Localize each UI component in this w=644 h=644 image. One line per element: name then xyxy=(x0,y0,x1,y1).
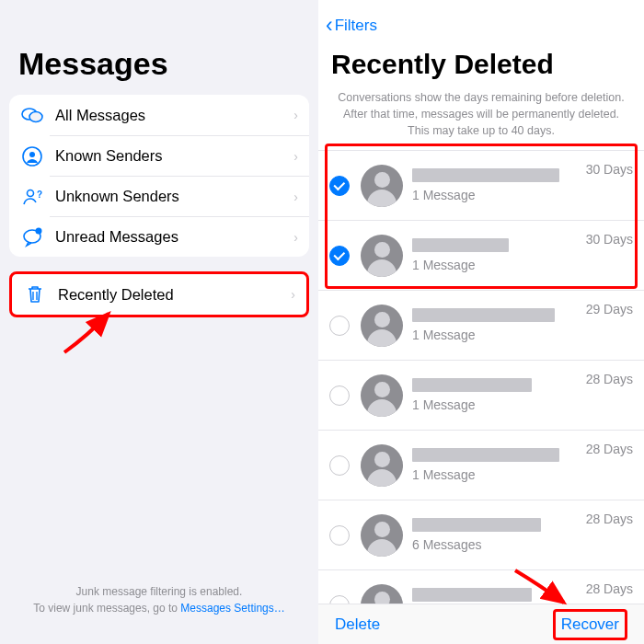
footer-line1: Junk message filtering is enabled. xyxy=(0,583,318,600)
selection-checkbox[interactable] xyxy=(329,385,350,406)
selection-checkbox[interactable] xyxy=(329,176,350,196)
conversation-body: 1 Message xyxy=(412,168,579,202)
days-remaining: 29 Days xyxy=(586,302,633,316)
svg-text:?: ? xyxy=(37,190,42,200)
svg-point-4 xyxy=(28,190,34,196)
bubble-dot-icon xyxy=(20,225,44,249)
bubbles-icon xyxy=(20,103,44,127)
message-count: 1 Message xyxy=(412,258,579,272)
recently-deleted-panel: ‹ Filters Recently Deleted Conversations… xyxy=(318,0,644,644)
info-subtext: Conversations show the days remaining be… xyxy=(318,89,644,150)
message-count: 1 Message xyxy=(412,467,579,482)
chevron-right-icon: › xyxy=(293,108,298,122)
chevron-right-icon: › xyxy=(293,230,298,245)
messages-filters-panel: Messages All Messages › Known Senders › … xyxy=(0,0,318,644)
conversation-body: 1 Message xyxy=(412,378,579,412)
recently-deleted-card-highlight: Recently Deleted › xyxy=(9,271,309,317)
back-button[interactable]: ‹ Filters xyxy=(318,0,644,43)
avatar-icon xyxy=(361,374,403,417)
svg-point-3 xyxy=(29,152,35,157)
conversation-row[interactable]: 1 Message28 Days xyxy=(318,361,644,431)
conversation-row[interactable]: 6 Messages28 Days xyxy=(318,500,644,570)
redacted-name xyxy=(412,448,559,462)
days-remaining: 28 Days xyxy=(586,512,633,526)
message-count: 1 Message xyxy=(412,188,579,202)
annotation-arrow-icon xyxy=(511,566,570,607)
svg-point-1 xyxy=(29,112,42,122)
filter-label: Known Senders xyxy=(55,147,293,165)
redacted-name xyxy=(412,168,559,182)
redacted-name xyxy=(412,378,532,392)
filter-unread-messages[interactable]: Unread Messages › xyxy=(50,216,309,257)
filter-label: Unread Messages xyxy=(55,228,293,246)
message-count: 1 Message xyxy=(412,328,579,342)
redacted-name xyxy=(412,308,555,322)
person-question-icon: ? xyxy=(20,185,44,209)
conversation-body: 6 Messages xyxy=(412,518,579,552)
recover-button[interactable]: Recover xyxy=(553,609,627,640)
filter-label: Unknown Senders xyxy=(55,188,293,205)
avatar-icon xyxy=(361,235,403,277)
annotation-arrow-icon xyxy=(55,308,120,354)
conversation-row[interactable]: 1 Message29 Days xyxy=(318,291,644,361)
redacted-name xyxy=(412,518,541,532)
avatar-icon xyxy=(361,444,403,487)
avatar-icon xyxy=(361,514,403,557)
filter-label: All Messages xyxy=(55,107,293,124)
selection-checkbox[interactable] xyxy=(329,246,350,266)
selection-checkbox[interactable] xyxy=(329,316,350,336)
filter-label: Recently Deleted xyxy=(58,286,291,304)
back-label: Filters xyxy=(335,17,377,35)
conversation-body: 1 Message xyxy=(412,308,579,342)
footer-note: Junk message filtering is enabled. To vi… xyxy=(0,583,318,616)
avatar-icon xyxy=(361,165,403,207)
chevron-right-icon: › xyxy=(293,149,298,164)
selection-checkbox[interactable] xyxy=(329,525,350,546)
toolbar: Delete Recover xyxy=(318,604,644,644)
conversation-list: 1 Message30 Days1 Message30 Days1 Messag… xyxy=(318,150,644,640)
message-count: 6 Messages xyxy=(412,537,579,552)
days-remaining: 30 Days xyxy=(586,232,633,247)
page-title: Messages xyxy=(9,0,309,95)
redacted-name xyxy=(412,238,509,252)
page-title: Recently Deleted xyxy=(318,43,644,89)
filter-all-messages[interactable]: All Messages › xyxy=(9,95,309,135)
conversation-body: 1 Message xyxy=(412,238,579,272)
svg-point-7 xyxy=(36,227,42,234)
messages-settings-link[interactable]: Messages Settings… xyxy=(180,602,284,615)
days-remaining: 28 Days xyxy=(586,442,633,456)
conversation-row[interactable]: 1 Message30 Days xyxy=(318,151,644,221)
avatar-icon xyxy=(361,305,403,347)
conversation-row[interactable]: 1 Message28 Days xyxy=(318,431,644,500)
selection-checkbox[interactable] xyxy=(329,455,350,476)
chevron-right-icon: › xyxy=(293,190,298,204)
days-remaining: 28 Days xyxy=(586,581,633,596)
days-remaining: 28 Days xyxy=(586,372,633,386)
person-circle-icon xyxy=(20,144,44,168)
delete-button[interactable]: Delete xyxy=(335,615,380,634)
trash-icon xyxy=(23,282,47,306)
chevron-left-icon: ‹ xyxy=(326,13,333,38)
filter-unknown-senders[interactable]: ? Unknown Senders › xyxy=(50,176,309,216)
footer-line2: To view junk messages, go to Messages Se… xyxy=(0,600,318,616)
days-remaining: 30 Days xyxy=(586,162,633,177)
conversation-row[interactable]: 1 Message30 Days xyxy=(318,221,644,291)
filters-list: All Messages › Known Senders › ? Unknown… xyxy=(9,95,309,257)
chevron-right-icon: › xyxy=(291,287,295,302)
filter-known-senders[interactable]: Known Senders › xyxy=(50,135,309,176)
message-count: 1 Message xyxy=(412,397,579,412)
conversation-body: 1 Message xyxy=(412,448,579,482)
